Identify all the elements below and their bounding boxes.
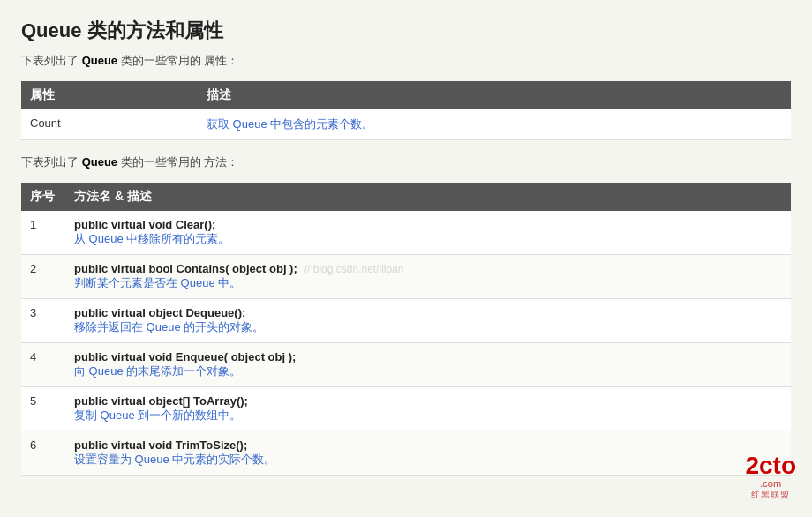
method-no: 2 xyxy=(21,255,65,299)
methods-table-row: 3 public virtual object Dequeue(); 移除并返回… xyxy=(21,299,791,343)
methods-table-row: 5 public virtual object[] ToArray(); 复制 … xyxy=(21,387,791,431)
method-desc: 移除并返回在 Queue 的开头的对象。 xyxy=(74,319,782,335)
props-subtitle: 下表列出了 Queue 类的一些常用的 属性： xyxy=(21,53,791,69)
method-desc: 设置容量为 Queue 中元素的实际个数。 xyxy=(74,452,782,468)
methods-table-row: 2 public virtual bool Contains( object o… xyxy=(21,255,791,299)
methods-col-method: 方法名 & 描述 xyxy=(65,183,791,211)
method-cell: public virtual void Clear(); 从 Queue 中移除… xyxy=(65,211,791,255)
logo-area: 2cto .com 红黑联盟 xyxy=(745,453,796,501)
method-name: public virtual void Clear(); xyxy=(74,218,782,231)
props-col-desc: 描述 xyxy=(198,81,791,109)
methods-table: 序号 方法名 & 描述 1 public virtual void Clear(… xyxy=(21,183,791,476)
props-col-name: 属性 xyxy=(21,81,198,109)
method-desc: 复制 Queue 到一个新的数组中。 xyxy=(74,408,782,423)
method-desc: 向 Queue 的末尾添加一个对象。 xyxy=(74,363,782,379)
logo-sub: 红黑联盟 xyxy=(751,489,790,501)
method-cell: public virtual bool Contains( object obj… xyxy=(65,255,791,299)
method-name: public virtual object[] ToArray(); xyxy=(74,394,782,408)
logo-2cto: 2cto xyxy=(745,453,796,478)
method-name: public virtual bool Contains( object obj… xyxy=(74,262,782,275)
method-no: 6 xyxy=(21,431,65,476)
prop-name: Count xyxy=(21,109,198,140)
method-cell: public virtual object[] ToArray(); 复制 Qu… xyxy=(65,387,791,431)
methods-table-row: 6 public virtual void TrimToSize(); 设置容量… xyxy=(21,431,791,476)
props-table: 属性 描述 Count 获取 Queue 中包含的元素个数。 xyxy=(21,81,791,140)
page-title: Queue 类的方法和属性 xyxy=(21,18,791,44)
prop-desc: 获取 Queue 中包含的元素个数。 xyxy=(198,109,791,140)
logo-dot: .com xyxy=(760,478,781,489)
method-desc: 从 Queue 中移除所有的元素。 xyxy=(74,231,782,247)
method-name: public virtual void TrimToSize(); xyxy=(74,438,782,452)
method-no: 5 xyxy=(21,387,65,431)
method-name: public virtual void Enqueue( object obj … xyxy=(74,350,782,363)
props-table-row: Count 获取 Queue 中包含的元素个数。 xyxy=(21,109,791,140)
methods-subtitle: 下表列出了 Queue 类的一些常用的 方法： xyxy=(21,154,791,170)
method-no: 1 xyxy=(21,211,65,255)
methods-col-no: 序号 xyxy=(21,183,65,211)
methods-table-row: 4 public virtual void Enqueue( object ob… xyxy=(21,343,791,387)
methods-table-row: 1 public virtual void Clear(); 从 Queue 中… xyxy=(21,211,791,255)
method-cell: public virtual void TrimToSize(); 设置容量为 … xyxy=(65,431,791,476)
method-name: public virtual object Dequeue(); xyxy=(74,306,782,319)
method-cell: public virtual void Enqueue( object obj … xyxy=(65,343,791,387)
method-no: 3 xyxy=(21,299,65,343)
method-desc: 判断某个元素是否在 Queue 中。 xyxy=(74,275,782,291)
method-cell: public virtual object Dequeue(); 移除并返回在 … xyxy=(65,299,791,343)
method-no: 4 xyxy=(21,343,65,387)
